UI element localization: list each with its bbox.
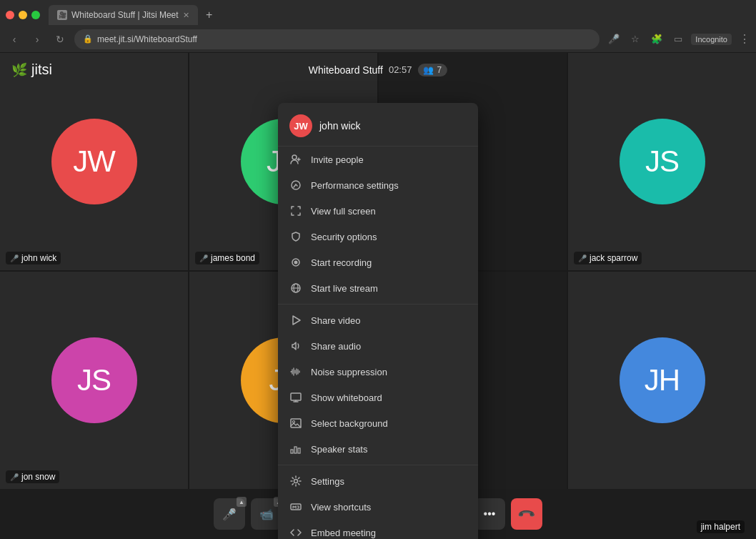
room-name: Whiteboard Stuff <box>309 64 383 76</box>
menu-item-noise-suppression[interactable]: Noise suppression <box>278 359 478 385</box>
shield-icon <box>289 230 302 243</box>
context-menu: JW john wick Invite people Performance s… <box>278 103 478 539</box>
gauge-icon <box>289 179 302 192</box>
menu-user-name: john wick <box>319 120 361 132</box>
tab-bar: 🎥 Whiteboard Stuff | Jitsi Meet ✕ + <box>0 0 756 26</box>
menu-item-view-full-screen[interactable]: View full screen <box>278 198 478 224</box>
mute-icon-js1: 🎤 <box>578 254 587 262</box>
traffic-lights <box>6 11 40 19</box>
participant-name-js2: 🎤 jon snow <box>6 470 59 483</box>
code-icon <box>289 526 302 539</box>
call-timer: 02:57 <box>389 64 412 75</box>
mute-button[interactable]: 🎤 ▲ <box>214 498 245 530</box>
svg-point-3 <box>294 261 298 264</box>
browser-actions: 🎤 ☆ 🧩 ▭ Incognito ⋮ <box>605 31 750 48</box>
self-name: jim halpert <box>701 522 740 532</box>
menu-divider-2 <box>278 465 478 465</box>
play-icon <box>289 314 302 327</box>
mute-icon-jw: 🎤 <box>10 254 19 262</box>
video-cell-jh: JH <box>568 272 756 489</box>
microphone-icon[interactable]: 🎤 <box>605 31 622 48</box>
menu-item-speaker-stats[interactable]: Speaker stats <box>278 436 478 462</box>
self-name-bar: jim halpert <box>697 520 745 533</box>
camera-icon: 📹 <box>259 508 274 521</box>
profile-button[interactable]: Incognito <box>691 34 732 45</box>
mute-icon-jb: 🎤 <box>199 254 208 262</box>
svg-point-0 <box>292 155 297 159</box>
avatar-jw: JW <box>51 119 137 204</box>
mute-icon-js2: 🎤 <box>10 473 19 481</box>
record-icon <box>289 256 302 269</box>
menu-item-start-recording[interactable]: Start recording <box>278 249 478 275</box>
menu-item-select-background[interactable]: Select background <box>278 410 478 436</box>
menu-user-initials: JW <box>294 121 308 132</box>
jitsi-leaf-icon: 🌿 <box>11 62 27 78</box>
close-tab-button[interactable]: ✕ <box>183 11 189 20</box>
globe-icon <box>289 282 302 295</box>
browser-menu-button[interactable]: ⋮ <box>739 32 750 46</box>
jitsi-logo-text: jitsi <box>31 61 52 78</box>
svg-point-13 <box>294 480 298 483</box>
jitsi-logo: 🌿 jitsi <box>11 61 52 78</box>
select-background-label: Select background <box>311 418 388 429</box>
waveform-icon <box>289 365 302 378</box>
menu-item-share-video[interactable]: Share video <box>278 307 478 333</box>
volume-icon <box>289 340 302 352</box>
url-bar[interactable]: 🔒 meet.jit.si/WhiteboardStuff <box>74 29 600 49</box>
profile-label: Incognito <box>695 35 727 44</box>
name-jb: james bond <box>211 253 255 263</box>
svg-marker-6 <box>293 316 300 325</box>
settings-label: Settings <box>311 476 344 487</box>
participants-badge[interactable]: 👥 7 <box>417 64 447 76</box>
leave-call-icon: 📞 <box>517 504 537 524</box>
active-tab[interactable]: 🎥 Whiteboard Stuff | Jitsi Meet ✕ <box>49 5 198 25</box>
avatar-jh: JH <box>620 337 705 423</box>
video-cell-js2: JS 🎤 jon snow <box>0 272 188 489</box>
menu-item-invite-people[interactable]: Invite people <box>278 147 478 172</box>
more-options-button[interactable]: ••• <box>474 498 505 530</box>
share-video-label: Share video <box>311 315 360 326</box>
minimize-window-button[interactable] <box>19 11 27 19</box>
svg-rect-10 <box>291 450 293 453</box>
bar-chart-icon <box>289 442 302 455</box>
whiteboard-icon <box>289 391 302 404</box>
menu-item-performance-settings[interactable]: Performance settings <box>278 172 478 198</box>
shortcuts-icon <box>289 500 302 513</box>
menu-item-view-shortcuts[interactable]: View shortcuts <box>278 494 478 520</box>
back-button[interactable]: ‹ <box>6 31 23 48</box>
start-live-stream-label: Start live stream <box>311 283 378 294</box>
tab-title: Whiteboard Stuff | Jitsi Meet <box>71 10 179 20</box>
menu-item-share-audio[interactable]: Share audio <box>278 333 478 359</box>
person-plus-icon <box>289 153 302 166</box>
bookmark-icon[interactable]: ☆ <box>627 31 644 48</box>
mute-arrow-up[interactable]: ▲ <box>237 497 247 507</box>
embed-meeting-label: Embed meeting <box>311 528 376 538</box>
new-tab-button[interactable]: + <box>201 6 218 24</box>
mic-icon: 🎤 <box>222 508 237 521</box>
menu-item-security-options[interactable]: Security options <box>278 224 478 249</box>
maximize-window-button[interactable] <box>31 11 40 19</box>
menu-user-avatar: JW <box>289 114 312 137</box>
reload-button[interactable]: ↻ <box>51 31 69 48</box>
sidebar-icon[interactable]: ▭ <box>670 31 687 48</box>
participant-name-jb: 🎤 james bond <box>195 252 259 264</box>
lock-icon: 🔒 <box>83 34 93 44</box>
menu-item-start-live-stream[interactable]: Start live stream <box>278 275 478 301</box>
fullscreen-icon <box>289 204 302 217</box>
menu-item-show-whiteboard[interactable]: Show whiteboard <box>278 385 478 410</box>
leave-button[interactable]: 📞 <box>511 498 542 530</box>
menu-item-settings[interactable]: Settings <box>278 468 478 494</box>
noise-suppression-label: Noise suppression <box>311 367 387 377</box>
show-whiteboard-label: Show whiteboard <box>311 392 382 403</box>
menu-item-embed-meeting[interactable]: Embed meeting <box>278 520 478 539</box>
svg-point-9 <box>293 421 295 423</box>
start-recording-label: Start recording <box>311 257 372 268</box>
forward-button[interactable]: › <box>29 31 46 48</box>
close-window-button[interactable] <box>6 11 14 19</box>
jitsi-header: 🌿 jitsi Whiteboard Stuff 02:57 👥 7 <box>0 53 756 86</box>
security-options-label: Security options <box>311 232 377 242</box>
extensions-icon[interactable]: 🧩 <box>648 31 665 48</box>
speaker-stats-label: Speaker stats <box>311 444 368 455</box>
main-content: 🌿 jitsi Whiteboard Stuff 02:57 👥 7 JW 🎤 … <box>0 53 756 539</box>
name-js1: jack sparrow <box>590 253 637 263</box>
